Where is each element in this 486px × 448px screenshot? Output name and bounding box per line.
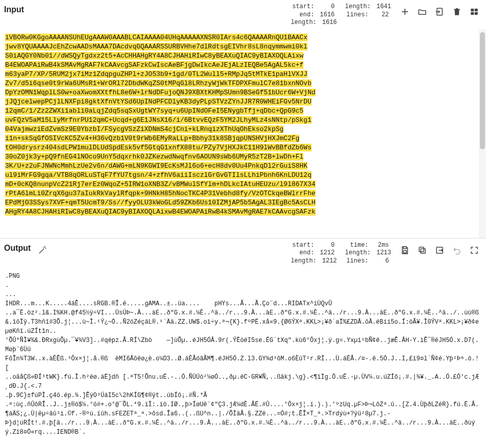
input-line: mD+0cKQ8nunpVcZ21Rj7erEz0WqoZ+5IRW1oXNB3… xyxy=(5,180,316,189)
input-line: uvFQzV5aM15LlyMrfnrPU12qmC+Ucqd+g6E1JNsX… xyxy=(5,116,312,125)
undo-icon xyxy=(452,246,462,255)
save-icon xyxy=(400,246,410,255)
svg-line-8 xyxy=(39,249,44,253)
magic-wand-button[interactable] xyxy=(36,244,49,257)
grid-icon xyxy=(470,7,479,16)
input-scrollbar[interactable] xyxy=(479,29,486,238)
copy-icon xyxy=(418,246,427,255)
input-line: iVBORw0KGgoAAAANSUhEUgAAAW0AAABLCAIAAAA0… xyxy=(5,33,308,42)
input-line: tOH0drysrz404sdLPW1mulDLUdSpdEsk5vf5GtqG… xyxy=(5,143,312,152)
file-import-icon xyxy=(435,7,444,16)
undo-button[interactable] xyxy=(449,243,465,258)
copy-button[interactable] xyxy=(415,243,430,258)
save-button[interactable] xyxy=(397,243,413,258)
input-toolbar xyxy=(391,2,482,19)
input-title: Input xyxy=(4,2,24,14)
input-line: 3K/U+z2uFJNWNcMmhLzUe2v6n/dAWG+mLN9KGWI9… xyxy=(5,162,308,171)
input-line: B4EWOAPAiRwB4kSMAvMgRAF7kCAAvcgSAFzkCwIs… xyxy=(5,61,303,70)
plus-icon xyxy=(400,7,410,16)
svg-rect-12 xyxy=(419,247,424,252)
input-line: m63yaP7/XP/5RUM2jx7iMz1ZdqpguZHPl+zJO53b… xyxy=(5,70,308,79)
output-panel: Output start:0 end:1212 length:1212 time… xyxy=(0,239,486,448)
output-title: Output xyxy=(4,241,31,253)
layout-button[interactable] xyxy=(467,4,482,19)
input-line: jwv8YQUAAAAJcEhZcwAADsMAAA7DAcdvqGQAAARS… xyxy=(5,42,308,51)
input-line: AHgRY4A8CJHAHiRIwC8yBEAXuQIAC9yBIAXOQLAi… xyxy=(5,207,316,217)
input-line: Zv7/d5i6qse0t9rWa6UMsR1+WrORl72DbdWKqZS0… xyxy=(5,79,312,88)
folder-open-icon xyxy=(418,7,427,16)
input-line: 12qmC/1/Zz2ZWXi1abli0aLqjZdq5sqSxUgtWY7s… xyxy=(5,107,303,116)
input-line: S0iAQGY0Nb01//dWSQyTgdxz2t5+AcCHHAHgRY4A… xyxy=(5,51,303,61)
input-stats: start:0 end:1616 length:1616 length:1641… xyxy=(291,2,391,27)
add-button[interactable] xyxy=(397,4,413,19)
fullscreen-button[interactable] xyxy=(467,243,482,258)
input-line: rPtA6lmLi0ZrqX6gu37aIukRkVaylRfqpk+9HNkH… xyxy=(5,189,316,198)
output-stats: start:0 end:1212 length:1212 time:2ms le… xyxy=(291,241,391,266)
output-titlebar: Output start:0 end:1212 length:1212 time… xyxy=(0,239,486,268)
svg-rect-6 xyxy=(471,12,474,15)
input-titlebar: Input start:0 end:1616 length:1616 lengt… xyxy=(0,0,486,29)
input-line: jJQjcelwepPCjlLNXFpi8gktXfnVtYSd6UpINdPF… xyxy=(5,97,312,107)
trash-icon xyxy=(452,7,462,16)
input-line: DpYzOMN1WqplLS0w+oaXwomXXtfhL8e6W+lrNdDF… xyxy=(5,88,316,97)
input-line: ul9iMrFG9gqa/VTB8qORLuSTqF7fYU7tgsn/4+zf… xyxy=(5,171,312,180)
input-panel: Input start:0 end:1616 length:1616 lengt… xyxy=(0,0,486,239)
input-editor[interactable]: iVBORw0KGgoAAAANSUhEUgAAAW0AAABLCAIAAAA0… xyxy=(0,29,486,238)
input-scrollbar-thumb[interactable] xyxy=(480,32,485,149)
svg-rect-5 xyxy=(475,9,478,11)
input-line: i1n+skSqGfOSIVcKC5Zv4+H36vQzb1V0t9rWb6EM… xyxy=(5,134,299,143)
file-import-button[interactable] xyxy=(432,4,447,19)
export-icon xyxy=(435,246,444,255)
output-toolbar xyxy=(391,241,482,258)
magic-wand-icon xyxy=(38,246,47,255)
output-viewer[interactable]: .PNG . ... IHDR...m...K.....4áÊ....sRGB.… xyxy=(0,268,486,448)
input-line: 04VajmwziEdZvmSz9E0YbzbI/FSycgVSzZiXDNmS… xyxy=(5,125,284,134)
svg-rect-10 xyxy=(403,251,406,253)
fullscreen-icon xyxy=(470,246,479,255)
svg-rect-7 xyxy=(475,12,478,15)
svg-rect-4 xyxy=(471,9,474,11)
open-folder-button[interactable] xyxy=(415,4,430,19)
input-line: EPdMjO3SSys7XVF+qmT5UcmT9/Ss//fyyOLU3kWo… xyxy=(5,198,316,207)
svg-rect-9 xyxy=(403,247,406,249)
export-button[interactable] xyxy=(432,243,447,258)
svg-rect-11 xyxy=(421,249,425,253)
clear-button[interactable] xyxy=(449,4,465,19)
output-text: .PNG . ... IHDR...m...K.....4áÊ....sRGB.… xyxy=(5,272,481,437)
input-line: 30oZ0jk3y+pQ9fnEG4lNOco9UnY5dqxrhk0JZKez… xyxy=(5,152,303,162)
